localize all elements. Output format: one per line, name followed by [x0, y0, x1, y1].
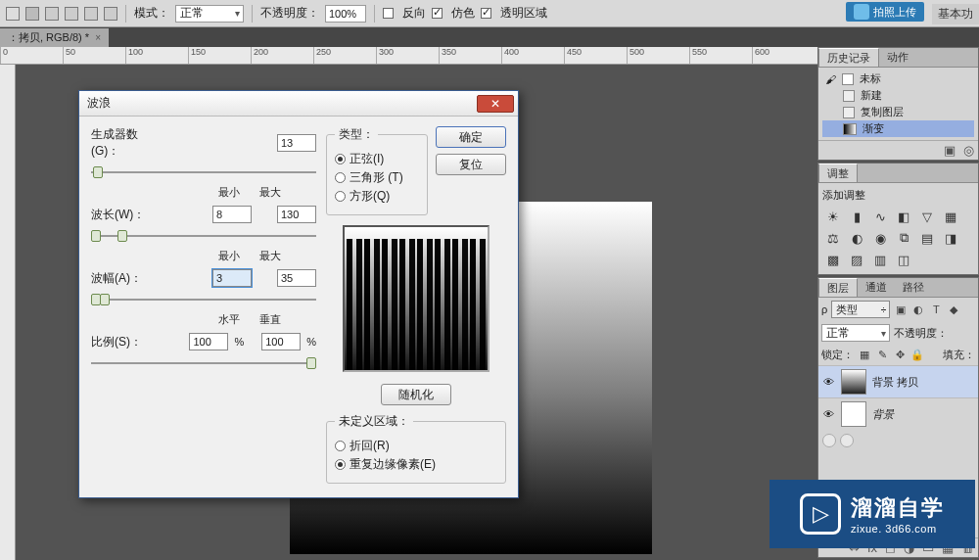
filter-icon[interactable]: ρ [821, 303, 827, 315]
dither-label: 仿色 [451, 5, 475, 22]
camera-icon[interactable]: ▣ [944, 143, 956, 158]
history-snapshot[interactable]: 🖌 未标 [822, 70, 974, 87]
layer-dots [818, 430, 978, 451]
essentials-workspace[interactable]: 基本功 [932, 4, 979, 24]
document-tab[interactable]: ：拷贝, RGB/8) * × [0, 28, 109, 47]
threshold-icon[interactable]: ▨ [848, 252, 865, 267]
mode-icon-a[interactable] [45, 7, 59, 21]
watermark: ▷ 溜溜自学 zixue. 3d66.com [769, 480, 975, 548]
upload-button[interactable]: 拍照上传 [846, 2, 924, 22]
filter-type-icon[interactable]: T [929, 303, 943, 316]
repeat-edge-radio[interactable]: 重复边缘像素(E) [335, 456, 497, 473]
invert-icon[interactable]: ◨ [942, 230, 959, 246]
reset-button[interactable]: 复位 [436, 154, 506, 175]
balance-icon[interactable]: ⚖ [824, 230, 842, 246]
visibility-icon[interactable]: 👁 [821, 376, 835, 388]
wavelength-min-input[interactable]: 8 [212, 206, 252, 223]
posterize-icon[interactable]: ▩ [824, 252, 842, 267]
dialog-titlebar[interactable]: 波浪 ✕ [79, 91, 518, 117]
filter-shape-icon[interactable]: ◆ [947, 303, 960, 316]
hue-icon[interactable]: ▦ [942, 209, 959, 224]
amplitude-label: 波幅(A)： [91, 270, 160, 287]
adjustments-icons: ☀ ▮ ∿ ◧ ▽ ▦ ⚖ ◐ ◉ ⧉ ▤ ◨ ▩ ▨ ▥ ◫ [822, 205, 974, 271]
scale-slider[interactable] [91, 356, 316, 370]
generators-label: 生成器数(G)： [91, 126, 160, 160]
options-bar: 模式： 正常 不透明度： 100% 反向 仿色 透明区域 拍照上传 基本功 [0, 0, 979, 27]
tab-history[interactable]: 历史记录 [818, 48, 879, 67]
type-square-radio[interactable]: 方形(Q) [335, 188, 419, 205]
selective-icon[interactable]: ◫ [895, 252, 912, 267]
adjustments-panel: 调整 添加调整 ☀ ▮ ∿ ◧ ▽ ▦ ⚖ ◐ ◉ ⧉ ▤ ◨ ▩ ▨ ▥ ◫ [817, 163, 979, 275]
layer-thumbnail [841, 369, 866, 395]
mode-icon-d[interactable] [104, 7, 117, 21]
history-item-duplicate[interactable]: 复制图层 [822, 104, 974, 120]
lock-transparent-icon[interactable]: ▦ [858, 349, 871, 362]
close-icon[interactable]: × [95, 32, 101, 43]
photo-filter-icon[interactable]: ◉ [871, 230, 889, 246]
map-icon[interactable]: ▥ [871, 252, 889, 267]
history-item-new[interactable]: 新建 [822, 87, 974, 104]
randomize-button[interactable]: 随机化 [381, 384, 451, 405]
opacity-input[interactable]: 100% [325, 5, 366, 23]
amplitude-slider[interactable] [91, 293, 316, 306]
wavelength-max-input[interactable]: 130 [277, 206, 316, 223]
wrap-radio[interactable]: 折回(R) [335, 438, 497, 454]
levels-icon[interactable]: ▮ [848, 209, 865, 224]
lock-label: 锁定： [821, 348, 854, 362]
watermark-logo: ▷ [800, 493, 841, 535]
brightness-icon[interactable]: ☀ [824, 209, 842, 224]
reverse-label: 反向 [402, 5, 426, 22]
layer-row-bg[interactable]: 👁 背景 [818, 397, 978, 430]
history-item-gradient[interactable]: 渐变 [822, 120, 974, 137]
generators-slider[interactable] [91, 165, 316, 179]
exposure-icon[interactable]: ◧ [895, 209, 912, 224]
gradient-swatch[interactable] [6, 7, 20, 21]
tab-adjustments[interactable]: 调整 [818, 163, 858, 182]
duplicate-icon [843, 107, 855, 118]
ok-button[interactable]: 确定 [436, 126, 506, 148]
scale-v-input[interactable]: 100 [261, 333, 301, 350]
dither-checkbox[interactable] [432, 8, 443, 19]
wavelength-slider[interactable] [91, 229, 316, 243]
tab-actions[interactable]: 动作 [879, 48, 916, 67]
scale-h-input[interactable]: 100 [189, 333, 228, 350]
vert-label: 垂直 [259, 312, 281, 327]
bw-icon[interactable]: ◐ [848, 230, 865, 246]
tab-paths[interactable]: 路径 [895, 278, 932, 297]
lookup-icon[interactable]: ▤ [918, 230, 936, 246]
layer-row-copy[interactable]: 👁 背景 拷贝 [818, 365, 978, 397]
layer-blend-select[interactable]: 正常 [821, 324, 890, 342]
amplitude-min-input[interactable]: 3 [212, 269, 252, 287]
lock-pixels-icon[interactable]: ✎ [875, 349, 889, 362]
transparency-checkbox[interactable] [481, 8, 491, 19]
filter-pixel-icon[interactable]: ▣ [894, 303, 908, 316]
vertical-ruler [0, 65, 16, 560]
horiz-label: 水平 [218, 312, 240, 327]
generators-input[interactable]: 13 [277, 134, 316, 152]
adjustments-heading: 添加调整 [822, 186, 974, 205]
type-sine-radio[interactable]: 正弦(I) [335, 151, 419, 167]
curves-icon[interactable]: ∿ [871, 209, 889, 224]
lock-position-icon[interactable]: ✥ [893, 349, 907, 362]
blend-mode-select[interactable]: 正常 [175, 5, 244, 23]
mode-icon-c[interactable] [84, 7, 98, 21]
horizontal-ruler: 050100 150200250 300350400 450500550 600 [0, 47, 817, 65]
type-triangle-radio[interactable]: 三角形 (T) [335, 169, 419, 186]
visibility-icon[interactable]: 👁 [821, 408, 835, 420]
filter-adjust-icon[interactable]: ◐ [911, 303, 925, 316]
type-group: 类型： 正弦(I) 三角形 (T) 方形(Q) [326, 126, 428, 215]
layer-filter-kind[interactable]: 类型 [831, 301, 890, 318]
vibrance-icon[interactable]: ▽ [918, 209, 936, 224]
mixer-icon[interactable]: ⧉ [895, 230, 912, 246]
tool-preset-icon[interactable] [25, 7, 39, 21]
close-button[interactable]: ✕ [477, 95, 514, 113]
amplitude-max-input[interactable]: 35 [277, 269, 316, 287]
brush-icon: 🖌 [825, 73, 836, 85]
undefined-group: 未定义区域： 折回(R) 重复边缘像素(E) [326, 413, 506, 484]
tab-channels[interactable]: 通道 [858, 278, 895, 297]
tab-layers[interactable]: 图层 [818, 278, 858, 297]
mode-icon-b[interactable] [65, 7, 78, 21]
lock-all-icon[interactable]: 🔒 [910, 349, 924, 362]
reverse-checkbox[interactable] [383, 8, 394, 19]
snapshot-icon[interactable]: ◎ [963, 143, 974, 158]
